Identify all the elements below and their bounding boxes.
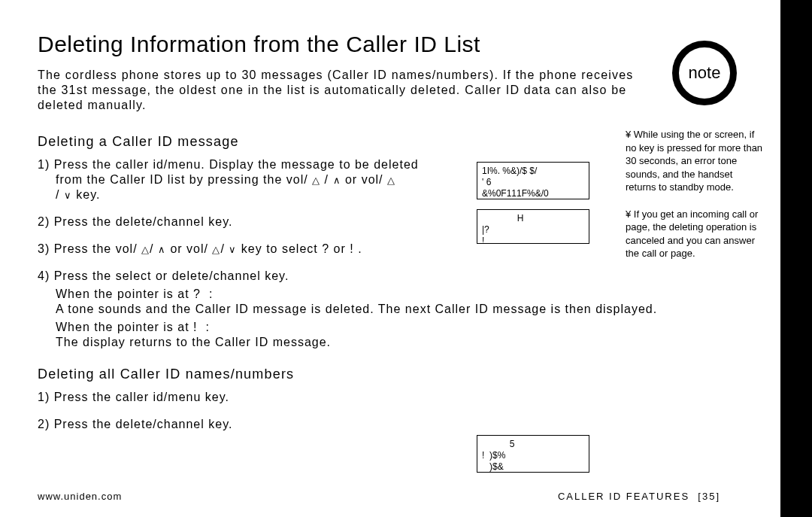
step3-vol2: or vol/ — [170, 242, 208, 255]
side-note-2: ¥ If you get an incoming call or page, t… — [626, 208, 763, 260]
lcd3-line3: )$& — [482, 461, 584, 473]
slash3: / — [150, 242, 153, 255]
lcd3-line1: 5 — [482, 439, 584, 450]
step-5: 1) Press the caller id/menu key. — [38, 390, 743, 405]
step4-f: When the pointer is at — [56, 287, 193, 300]
step4-a: 4) Press the — [38, 269, 111, 282]
side-note-1: ¥ While using the or screen, if no key i… — [626, 128, 763, 194]
note-badge: note — [672, 41, 737, 105]
step1-text-c: . Display the message to be deleted — [201, 158, 418, 171]
slash4: / — [220, 242, 224, 255]
lcd2-line1: H — [482, 213, 584, 224]
step1-key-cidmenu: caller id/menu — [116, 158, 201, 171]
footer-section-label: CALLER ID FEATURES — [558, 491, 689, 502]
intro-text: The cordless phone stores up to 30 messa… — [38, 68, 639, 113]
lcd1-line1: 1I%. %&)/$ $/ — [482, 166, 584, 177]
step5-key: caller id/menu — [116, 391, 201, 403]
slash1: / — [325, 173, 329, 186]
lcd-display-3: 5 ! )$% )$& — [477, 435, 589, 473]
footer-url: www.uniden.com — [38, 491, 122, 502]
step6-c: key. — [205, 418, 233, 430]
page-title: Deleting Information from the Caller ID … — [38, 32, 743, 57]
chevron-down-icon: ∨ — [64, 190, 72, 202]
step3-q: ? — [322, 242, 329, 255]
lcd1-line2: ' 6 — [482, 177, 584, 188]
step3-d: key to select — [241, 242, 318, 255]
step4-when-bang: When the pointer is at ! : — [56, 320, 743, 335]
step1-text-a: 1) Press the — [38, 158, 111, 171]
step2-c: key. — [205, 215, 233, 228]
step3-dot: . — [358, 242, 362, 255]
lcd-display-2: H |? ! — [477, 209, 589, 244]
step3-vol1: vol/ — [116, 242, 138, 255]
step4-colon2: : — [205, 321, 209, 333]
step4-select: select — [116, 269, 152, 282]
right-black-margin — [780, 0, 812, 517]
chevron-up-icon-2: ∧ — [158, 244, 166, 256]
footer-page-no: [35] — [698, 491, 720, 502]
step1-vol2: or vol/ — [345, 173, 383, 186]
step4-delete: delete/channel — [172, 269, 261, 282]
step2-a: 2) Press the — [38, 215, 111, 228]
page-footer: www.uniden.com CALLER ID FEATURES [35] — [38, 491, 720, 502]
bell-icon: △ — [312, 175, 320, 187]
step-6: 2) Press the delete/channel key. — [38, 417, 743, 432]
chevron-down-icon-2: ∨ — [229, 244, 237, 256]
paper-area: Deleting Information from the Caller ID … — [0, 0, 780, 517]
step4-h: When the pointer is at — [56, 321, 193, 333]
note-label: note — [689, 63, 721, 83]
step3-e: or — [334, 242, 350, 255]
step5-c: key. — [201, 391, 229, 403]
side-notes: ¥ While using the or screen, if no key i… — [626, 128, 763, 274]
step4-q: ? — [193, 287, 201, 300]
section-heading-2: Deleting all Caller ID names/numbers — [38, 366, 743, 382]
step3-bang: ! — [350, 242, 353, 255]
step4-colon1: : — [209, 287, 213, 300]
footer-section: CALLER ID FEATURES [35] — [558, 491, 720, 502]
step1-text-d: from the Caller ID list by pressing the — [56, 173, 282, 186]
step5-a: 1) Press the — [38, 391, 111, 403]
step1-text-g: key. — [76, 188, 100, 201]
lcd1-line3: &%0F111F%&/0 — [482, 188, 584, 199]
lcd-display-1: 1I%. %&)/$ $/ ' 6 &%0F111F%&/0 — [477, 162, 589, 199]
bell-icon-4: △ — [212, 244, 220, 256]
step4-e: key. — [261, 269, 289, 282]
bell-icon-2: △ — [387, 175, 395, 187]
step6-key: delete/channel — [116, 418, 205, 430]
lcd3-line2: ! )$% — [482, 450, 584, 461]
step-4: 4) Press the select or delete/channel ke… — [38, 269, 743, 350]
chevron-up-icon: ∧ — [333, 175, 341, 187]
step1-vol1: vol/ — [286, 173, 308, 186]
step2-key: delete/channel — [116, 215, 205, 228]
side1-text: ¥ While using the or screen, if no key i… — [626, 129, 762, 193]
step4-bang: ! — [193, 321, 197, 333]
step3-a: 3) Press the — [38, 242, 111, 255]
bell-icon-3: △ — [141, 244, 150, 256]
step4-when-q: When the pointer is at ? : — [56, 287, 743, 302]
step4-g: A tone sounds and the Caller ID message … — [56, 302, 743, 317]
lcd2-line2: |? — [482, 224, 584, 236]
page-root: Deleting Information from the Caller ID … — [0, 0, 812, 517]
step6-a: 2) Press the — [38, 418, 111, 430]
step4-c: or — [152, 269, 172, 282]
slash2: / — [56, 188, 59, 201]
lcd2-line3: ! — [482, 236, 584, 247]
step4-i: The display returns to the Caller ID mes… — [56, 335, 743, 350]
